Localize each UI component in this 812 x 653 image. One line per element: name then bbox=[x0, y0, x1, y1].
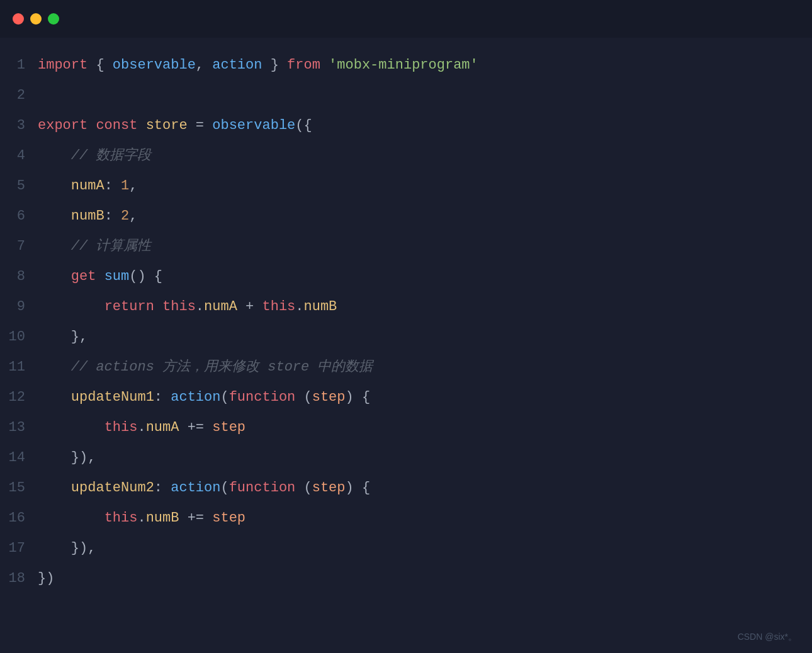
line-number: 10 bbox=[0, 322, 38, 352]
token-plain: , bbox=[129, 178, 137, 194]
token-op: += bbox=[188, 510, 204, 526]
line-number: 17 bbox=[0, 533, 38, 564]
line-number: 18 bbox=[0, 564, 38, 594]
token-plain bbox=[38, 299, 104, 315]
token-op: = bbox=[196, 118, 204, 133]
maximize-button[interactable] bbox=[48, 13, 59, 25]
line-content: }), bbox=[38, 443, 96, 473]
token-plain bbox=[320, 57, 329, 73]
token-plain: ( bbox=[220, 480, 228, 496]
token-plain bbox=[179, 420, 187, 435]
token-plain: ( bbox=[220, 389, 228, 405]
line-content: numA: 1, bbox=[38, 171, 137, 201]
token-kw-function: function bbox=[229, 389, 296, 405]
line-content: updateNum2: action(function (step) { bbox=[38, 473, 370, 503]
token-plain bbox=[179, 510, 187, 526]
token-this-kw: this bbox=[162, 299, 196, 315]
code-line: 3export const store = observable({ bbox=[0, 111, 812, 141]
token-num: 2 bbox=[121, 208, 129, 224]
token-plain: ) { bbox=[346, 480, 371, 496]
token-plain bbox=[38, 510, 104, 526]
token-param: step bbox=[312, 480, 346, 496]
line-number: 13 bbox=[0, 413, 38, 443]
code-line: 10 }, bbox=[0, 322, 812, 352]
token-comment: // 数据字段 bbox=[71, 148, 152, 164]
watermark: CSDN @six*。 bbox=[738, 632, 797, 643]
line-content: // 计算属性 bbox=[38, 232, 151, 262]
line-number: 9 bbox=[0, 292, 38, 322]
token-this-kw: this bbox=[104, 420, 138, 435]
token-kw-from: from bbox=[287, 57, 320, 73]
token-param: step bbox=[212, 420, 245, 435]
line-content: }, bbox=[38, 322, 87, 352]
token-plain bbox=[96, 269, 104, 284]
token-plain: : bbox=[154, 480, 171, 496]
token-plain: }), bbox=[38, 450, 96, 466]
token-plain: ( bbox=[295, 389, 312, 405]
line-number: 1 bbox=[0, 50, 38, 81]
token-plain: : bbox=[104, 178, 121, 194]
title-bar bbox=[0, 0, 812, 38]
line-content: import { observable, action } from 'mobx… bbox=[38, 50, 478, 81]
line-content: get sum() { bbox=[38, 262, 162, 292]
token-plain: : bbox=[154, 389, 171, 405]
line-content: // 数据字段 bbox=[38, 141, 151, 171]
code-line: 5 numA: 1, bbox=[0, 171, 812, 201]
token-plain bbox=[38, 148, 71, 164]
line-number: 14 bbox=[0, 443, 38, 473]
line-content: export const store = observable({ bbox=[38, 111, 312, 141]
code-line: 7 // 计算属性 bbox=[0, 232, 812, 262]
token-comment: // actions 方法，用来修改 store 中的数据 bbox=[71, 359, 373, 375]
token-plain: }, bbox=[38, 329, 87, 345]
token-fn-name: observable bbox=[113, 57, 196, 73]
line-content: numB: 2, bbox=[38, 201, 137, 232]
token-kw-get: get bbox=[71, 269, 96, 284]
code-line: 1import { observable, action } from 'mob… bbox=[0, 50, 812, 81]
token-plain: . bbox=[295, 299, 303, 315]
token-plain: { bbox=[87, 57, 113, 73]
token-plain bbox=[87, 118, 96, 133]
token-plain bbox=[38, 269, 71, 284]
token-this-kw: this bbox=[262, 299, 295, 315]
line-number: 11 bbox=[0, 352, 38, 382]
token-plain: : bbox=[104, 208, 121, 224]
token-plain bbox=[237, 299, 245, 315]
close-button[interactable] bbox=[13, 13, 24, 25]
code-editor: 1import { observable, action } from 'mob… bbox=[0, 38, 812, 606]
token-plain bbox=[38, 208, 71, 224]
token-kw-function: function bbox=[229, 480, 296, 496]
token-plain: . bbox=[196, 299, 204, 315]
code-line: 9 return this.numA + this.numB bbox=[0, 292, 812, 322]
token-fn-name: sum bbox=[104, 269, 130, 284]
line-number: 4 bbox=[0, 141, 38, 171]
token-prop: updateNum2 bbox=[71, 480, 154, 496]
token-plain: , bbox=[129, 208, 137, 224]
token-plain: ( bbox=[295, 480, 312, 496]
token-plain bbox=[38, 359, 71, 375]
line-number: 12 bbox=[0, 382, 38, 413]
token-comment: // 计算属性 bbox=[71, 238, 152, 254]
token-plain: . bbox=[137, 510, 145, 526]
minimize-button[interactable] bbox=[30, 13, 42, 25]
token-prop: numA bbox=[146, 420, 179, 435]
line-content: }) bbox=[38, 564, 54, 594]
code-line: 4 // 数据字段 bbox=[0, 141, 812, 171]
token-prop: store bbox=[146, 118, 188, 133]
token-str: 'mobx-miniprogram' bbox=[329, 57, 478, 73]
token-plain: }) bbox=[38, 571, 54, 586]
token-plain: , bbox=[196, 57, 212, 73]
token-plain bbox=[154, 299, 162, 315]
token-plain bbox=[254, 299, 262, 315]
line-content: updateNum1: action(function (step) { bbox=[38, 382, 370, 413]
line-number: 15 bbox=[0, 473, 38, 503]
token-plain: . bbox=[137, 420, 145, 435]
code-line: 2 bbox=[0, 81, 812, 111]
line-content: return this.numA + this.numB bbox=[38, 292, 337, 322]
code-line: 17 }), bbox=[0, 533, 812, 564]
token-kw-return: return bbox=[104, 299, 154, 315]
line-number: 6 bbox=[0, 201, 38, 232]
token-prop: numA bbox=[71, 178, 104, 194]
line-number: 5 bbox=[0, 171, 38, 201]
token-prop: numB bbox=[304, 299, 337, 315]
line-content: this.numA += step bbox=[38, 413, 245, 443]
